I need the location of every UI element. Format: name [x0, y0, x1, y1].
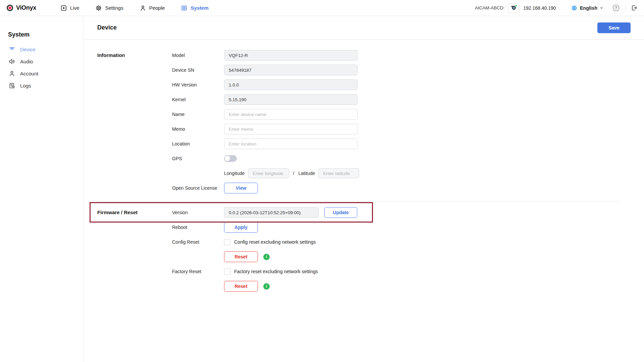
- field-label-gps: GPS: [172, 156, 224, 161]
- row-open-source-license: Open Source License View: [172, 181, 359, 195]
- nav-item-people[interactable]: People: [140, 5, 165, 11]
- language-label: English: [580, 5, 597, 11]
- main-header: Device Save: [84, 16, 644, 40]
- device-name-input[interactable]: [224, 109, 358, 120]
- coordinate-separator: /: [293, 171, 294, 176]
- section-title-information: Information: [97, 48, 172, 195]
- dome-camera-icon: [8, 46, 15, 53]
- topbar-divider: [625, 5, 626, 11]
- update-firmware-button[interactable]: Update: [324, 207, 357, 218]
- row-location: Location: [172, 136, 359, 151]
- row-config-reset: Config Reset Config reset excluding netw…: [172, 235, 357, 249]
- people-icon: [140, 5, 146, 11]
- settings-icon: [95, 5, 102, 11]
- nav-item-settings[interactable]: Settings: [95, 5, 123, 11]
- field-label-hw-version: HW Version: [172, 82, 224, 87]
- memo-input[interactable]: [224, 124, 358, 134]
- field-label-memo: Memo: [172, 126, 224, 132]
- nav-item-label: Live: [70, 5, 79, 11]
- view-license-button[interactable]: View: [224, 183, 258, 193]
- section-divider: [97, 201, 621, 201]
- field-label-name: Name: [172, 112, 224, 117]
- device-sn-input[interactable]: [224, 65, 358, 75]
- top-bar: ViOnyx Live Settings People System: [0, 0, 644, 16]
- sidebar-item-audio[interactable]: Audio: [8, 56, 75, 66]
- config-reset-button[interactable]: Reset: [224, 251, 258, 262]
- factory-reset-button[interactable]: Reset: [224, 281, 258, 292]
- factory-reset-checkbox-label: Factory reset excluding network settings: [234, 269, 318, 274]
- latitude-input[interactable]: [318, 168, 359, 178]
- brand-logo: ViOnyx: [7, 4, 36, 11]
- sidebar-item-device[interactable]: Device: [8, 44, 75, 54]
- row-model: Model: [172, 48, 359, 63]
- help-button[interactable]: ?: [612, 4, 620, 12]
- firmware-version-input[interactable]: [224, 207, 319, 218]
- camera-selector[interactable]: [508, 3, 520, 13]
- location-input[interactable]: [224, 138, 358, 149]
- language-selector[interactable]: English: [571, 5, 603, 11]
- field-label-model: Model: [172, 53, 224, 58]
- device-form: Information Model Device SN HW Version: [84, 40, 644, 294]
- row-hw-version: HW Version: [172, 77, 359, 92]
- speaker-icon: [8, 58, 15, 65]
- field-label-location: Location: [172, 141, 224, 146]
- nav-item-label: Settings: [105, 5, 123, 11]
- row-gps: GPS: [172, 151, 359, 166]
- row-config-reset-action: Reset i: [172, 249, 357, 264]
- sidebar: System Device Audio Account Logs: [0, 16, 84, 362]
- main-panel: Device Save Information Model Device SN: [84, 16, 644, 362]
- row-coordinates: Longitude / Latitude: [172, 166, 359, 181]
- nav-item-system[interactable]: System: [181, 5, 208, 11]
- section-firmware-reset: Firmware / Reset Version Update Reboot A…: [97, 205, 644, 294]
- section-information: Information Model Device SN HW Version: [97, 48, 644, 195]
- sidebar-item-label: Device: [20, 47, 36, 52]
- factory-reset-checkbox[interactable]: [224, 268, 230, 275]
- dome-camera-icon: [510, 4, 518, 12]
- device-host-label: AICAM-ABCD:: [475, 5, 505, 10]
- brand-logo-icon: [7, 5, 13, 11]
- factory-reset-info-icon[interactable]: i: [263, 283, 270, 290]
- row-device-sn: Device SN: [172, 63, 359, 77]
- config-reset-checkbox[interactable]: [224, 239, 230, 245]
- person-icon: [8, 70, 15, 77]
- system-icon: [181, 5, 187, 11]
- sidebar-title: System: [8, 31, 75, 38]
- section-title-firmware-reset: Firmware / Reset: [97, 205, 172, 294]
- sidebar-item-account[interactable]: Account: [8, 68, 75, 78]
- nav-item-label: System: [191, 5, 208, 11]
- field-label-kernel: Kernel: [172, 97, 224, 102]
- hw-version-input[interactable]: [224, 79, 358, 90]
- reboot-apply-button[interactable]: Apply: [224, 222, 258, 233]
- longitude-input[interactable]: [248, 168, 289, 178]
- nav-item-live[interactable]: Live: [60, 5, 79, 11]
- field-label-version: Version: [172, 210, 224, 215]
- field-label-open-source-license: Open Source License: [172, 185, 224, 191]
- page-title: Device: [97, 24, 117, 31]
- model-input[interactable]: [224, 50, 358, 61]
- sidebar-item-label: Audio: [20, 59, 33, 64]
- field-label-longitude: Longitude: [224, 171, 245, 176]
- nav-item-label: People: [149, 5, 165, 11]
- live-icon: [60, 5, 67, 11]
- logout-button[interactable]: [631, 4, 638, 11]
- row-factory-reset-action: Reset i: [172, 279, 357, 294]
- help-icon: ?: [612, 4, 620, 12]
- top-nav: Live Settings People System: [60, 5, 209, 11]
- row-factory-reset: Factory Reset Factory reset excluding ne…: [172, 264, 357, 279]
- field-label-factory-reset: Factory Reset: [172, 269, 224, 274]
- gps-toggle[interactable]: [224, 155, 237, 162]
- save-button[interactable]: Save: [597, 22, 631, 33]
- field-label-device-sn: Device SN: [172, 67, 224, 73]
- kernel-input[interactable]: [224, 94, 358, 105]
- row-reboot: Reboot Apply: [172, 220, 357, 235]
- chevron-down-icon: [600, 6, 603, 10]
- globe-icon: [571, 5, 578, 11]
- logout-icon: [631, 4, 638, 11]
- top-bar-right: AICAM-ABCD: 192.168.40.190 English ?: [475, 3, 638, 13]
- config-reset-info-icon[interactable]: i: [263, 254, 270, 260]
- sidebar-item-label: Account: [20, 71, 38, 76]
- document-clock-icon: [8, 82, 15, 89]
- device-ip: 192.168.40.190: [523, 5, 556, 11]
- row-name: Name: [172, 107, 359, 122]
- sidebar-item-logs[interactable]: Logs: [8, 80, 75, 90]
